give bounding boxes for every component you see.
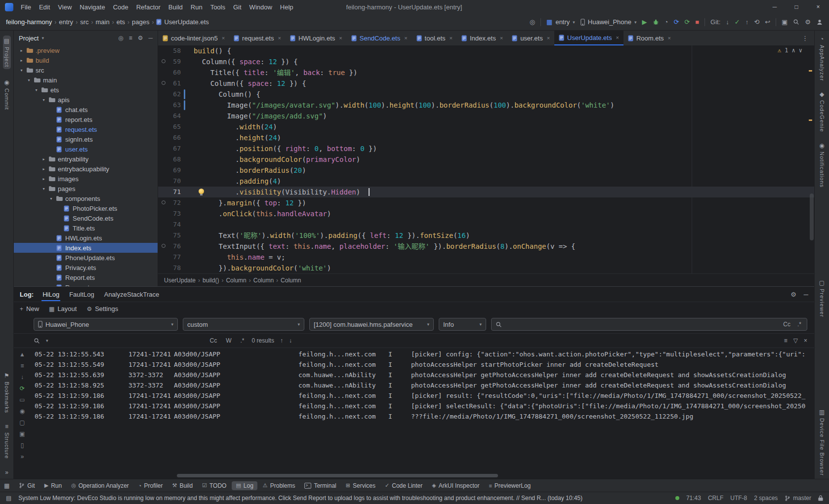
tool-strip-bookmarks[interactable]: ⚑Bookmarks [4, 372, 10, 413]
close-icon[interactable]: × [807, 1, 829, 13]
tool-button-operation-analyzer[interactable]: ◎Operation Analyzer [67, 481, 133, 490]
close-search-icon[interactable]: × [804, 337, 807, 344]
error-stripe-mark[interactable] [809, 70, 812, 72]
tool-button-terminal[interactable]: >_Terminal [300, 481, 340, 490]
whole-word-toggle[interactable]: W [224, 337, 233, 345]
more-icon[interactable]: » [21, 453, 24, 460]
code-editor[interactable]: 58build() {59 Column({ space: 12 }) {60 … [158, 45, 814, 273]
log-tab-faultlog[interactable]: FaultLog [68, 288, 95, 301]
tree-item-pages[interactable]: ▾pages [14, 184, 158, 194]
close-tab-icon[interactable]: × [616, 35, 619, 40]
profile-avatar[interactable] [816, 19, 823, 26]
log-row-6[interactable]: 05-22 13:12:59.18617241-17241A03d00/JSAP… [35, 411, 814, 422]
tree-item-main[interactable]: ▾main [14, 75, 158, 85]
tree-item-index-ets[interactable]: Index.ets [14, 243, 158, 253]
log-row-5[interactable]: 05-22 13:12:59.18617241-17241A03d00/JSAP… [35, 401, 814, 411]
tree-item-privacy-ets[interactable]: Privacy.ets [14, 263, 158, 272]
editor-crumb-build[interactable]: build() [203, 277, 219, 284]
tree-item-photopicker-ets[interactable]: PhotoPicker.ets [14, 203, 158, 213]
tool-strip-notifications[interactable]: ◉Notifications [819, 142, 825, 188]
log-settings-gear-icon[interactable]: ⚙ [790, 291, 796, 298]
breadcrumb-item-main[interactable]: main [95, 18, 109, 26]
gutter-circle-icon[interactable] [162, 81, 166, 85]
tree-item-signin-ets[interactable]: signIn.ets [14, 134, 158, 144]
tree-item-images[interactable]: ▸images [14, 174, 158, 184]
menu-help[interactable]: Help [277, 2, 297, 12]
git-push-button[interactable]: ↑ [746, 18, 749, 26]
search-everywhere-icon[interactable] [793, 19, 799, 25]
device-icon[interactable]: ▯ [21, 442, 24, 449]
git-update-button[interactable]: ↓ [726, 18, 729, 26]
log-toolbar-new[interactable]: +New [20, 305, 39, 312]
prev-problem-icon[interactable]: ∧ [792, 47, 795, 54]
match-case-toggle[interactable]: Cc [208, 337, 219, 345]
more-tool-windows-icon[interactable]: » [5, 469, 8, 476]
tool-button-todo[interactable]: ☑TODO [198, 481, 230, 490]
status-console-icon[interactable]: ▤ [6, 495, 11, 502]
close-tab-icon[interactable]: × [404, 35, 407, 41]
log-tab-analyzestacktrace[interactable]: AnalyzeStackTrace [103, 288, 161, 301]
search-icon[interactable] [34, 338, 40, 344]
chevron-down-icon[interactable]: ▾ [41, 36, 44, 40]
indent-style[interactable]: 2 spaces [754, 495, 778, 502]
tree-item-room-ets[interactable]: Room.ets [14, 282, 158, 286]
log-toolbar-settings[interactable]: ⚙Settings [86, 305, 118, 312]
log-row-2[interactable]: 05-22 13:12:55.6393372-3372A03d00/JSAPPc… [35, 370, 814, 380]
record-icon[interactable]: ▢ [19, 419, 25, 426]
tool-button-previewerlog[interactable]: ≡PreviewerLog [485, 481, 535, 490]
rerun-button[interactable]: ⟳ [673, 18, 679, 26]
tool-button-run[interactable]: ▶Run [41, 481, 66, 490]
project-panel-title[interactable]: Project [19, 35, 39, 42]
maximize-icon[interactable]: □ [786, 1, 807, 13]
close-tab-icon[interactable]: × [339, 35, 342, 41]
close-tab-icon[interactable]: × [450, 35, 453, 41]
tool-strip-device-file-browser[interactable]: ▥Device File Browser [819, 409, 825, 476]
editor-tab-request-ets[interactable]: request.ets× [229, 31, 286, 45]
editor-tab-sendcode-ets[interactable]: SendCode.ets× [347, 31, 412, 45]
menu-edit[interactable]: Edit [36, 2, 53, 12]
log-process-filter[interactable]: [1200] com.huawei.hms.pafservice ▾ [309, 318, 434, 331]
project-structure-icon[interactable]: ▣ [782, 18, 788, 26]
git-rollback-button[interactable]: ↩ [765, 18, 770, 26]
breadcrumb-item-src[interactable]: src [80, 18, 88, 26]
stop-button[interactable]: ■ [695, 18, 699, 26]
scroll-top-icon[interactable]: ▲ [19, 351, 25, 358]
log-toolbar-layout[interactable]: ▦Layout [49, 305, 77, 312]
tree-item-title-ets[interactable]: Title.ets [14, 223, 158, 233]
file-encoding[interactable]: UTF-8 [730, 495, 747, 502]
menu-view[interactable]: View [54, 2, 75, 12]
tool-strip-appanalyzer[interactable]: ◔AppAnalyzer [819, 36, 825, 81]
log-filter-search-input[interactable]: Cc .* [491, 318, 807, 331]
tree-item-phoneupdate-ets[interactable]: PhoneUpdate.ets [14, 253, 158, 263]
menu-code[interactable]: Code [110, 2, 132, 12]
editor-crumb-column[interactable]: Column [281, 277, 301, 284]
editor-tab-tool-ets[interactable]: tool.ets× [412, 31, 457, 45]
log-horizontal-scrollbar[interactable] [177, 474, 498, 477]
device-manager-icon[interactable]: ◎ [530, 18, 535, 26]
menu-build[interactable]: Build [165, 2, 186, 12]
tree-item-src[interactable]: ▾src [14, 65, 158, 75]
editor-tab-hwlogin-ets[interactable]: HWLogin.ets× [286, 31, 347, 45]
tree-item-entryability[interactable]: ▸entryability [14, 154, 158, 164]
log-preset-filter[interactable]: custom ▾ [183, 318, 304, 331]
tree-item-ets[interactable]: ▾ets [14, 85, 158, 95]
next-problem-icon[interactable]: ∨ [799, 47, 802, 54]
gutter-circle-icon[interactable] [162, 59, 166, 63]
match-case-toggle[interactable]: Cc [782, 320, 792, 328]
editor-tab-room-ets[interactable]: Room.ets× [623, 31, 675, 45]
error-stripe-mark[interactable] [809, 119, 812, 121]
tool-button-git[interactable]: Git [15, 481, 39, 490]
tree-item-report-ets[interactable]: Report.ets [14, 272, 158, 282]
settings-gear-icon[interactable]: ⚙ [805, 18, 811, 26]
tool-button-build[interactable]: ⚒Build [168, 481, 197, 490]
regex-toggle[interactable]: .* [796, 320, 803, 328]
sort-icon[interactable]: ≡ [784, 337, 788, 344]
close-tab-icon[interactable]: × [668, 35, 671, 41]
menu-tools[interactable]: Tools [207, 2, 229, 12]
editor-tab-index-ets[interactable]: Index.ets× [457, 31, 507, 45]
tool-button-log[interactable]: ▤Log [232, 481, 257, 490]
editor-tab-userupdate-ets[interactable]: UserUpdate.ets× [554, 31, 623, 45]
close-tab-icon[interactable]: × [222, 35, 225, 41]
menu-refactor[interactable]: Refactor [133, 2, 164, 12]
gutter-circle-icon[interactable] [162, 200, 166, 204]
